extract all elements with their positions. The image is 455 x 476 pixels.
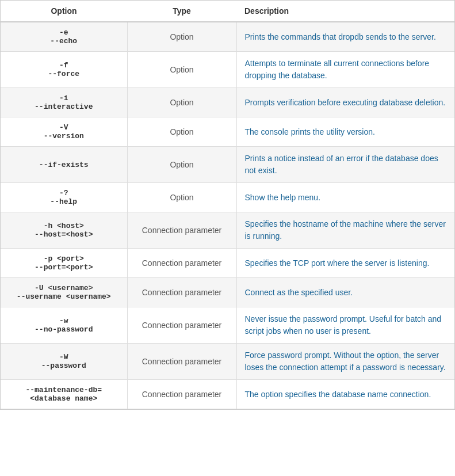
option-text: --echo: [9, 37, 119, 45]
option-text: --host=<host>: [9, 230, 119, 239]
table-row: -h <host>--host=<host>Connection paramet…: [1, 212, 454, 249]
option-text: -w: [9, 317, 119, 325]
table-row: -i--interactiveOptionPrompts verificatio…: [1, 88, 454, 117]
cell-type: Option: [127, 117, 236, 147]
option-text: --maintenance-db=<database name>: [9, 386, 119, 403]
cell-option: -?--help: [1, 183, 127, 212]
cell-type: Connection parameter: [127, 344, 236, 380]
cell-option: -p <port>--port=<port>: [1, 249, 127, 278]
options-table-container: Option Type Description -e--echoOptionPr…: [0, 0, 455, 410]
cell-option: -e--echo: [1, 22, 127, 52]
cell-type: Option: [127, 52, 236, 88]
table-row: --if-existsOptionPrints a notice instead…: [1, 147, 454, 183]
table-row: -?--helpOptionShow the help menu.: [1, 183, 454, 212]
table-header-row: Option Type Description: [1, 1, 454, 22]
option-text: --no-password: [9, 325, 119, 334]
cell-description: Prints a notice instead of an error if t…: [236, 147, 454, 183]
cell-description: Never issue the password prompt. Useful …: [236, 307, 454, 344]
cell-option: -w--no-password: [1, 307, 127, 344]
option-text: --username <username>: [9, 292, 119, 301]
option-text: --port=<port>: [9, 263, 119, 272]
cell-option: -V--version: [1, 117, 127, 147]
option-text: --interactive: [9, 102, 119, 111]
cell-description: The console prints the utility version.: [236, 117, 454, 147]
cell-description: The option specifies the database name c…: [236, 380, 454, 409]
cell-type: Connection parameter: [127, 249, 236, 278]
cell-description: Prompts verification before executing da…: [236, 88, 454, 117]
cell-option: --if-exists: [1, 147, 127, 183]
cell-option: -U <username>--username <username>: [1, 278, 127, 307]
option-text: -V: [9, 123, 119, 132]
option-text: --password: [9, 361, 119, 370]
cell-type: Option: [127, 22, 236, 52]
cell-option: -i--interactive: [1, 88, 127, 117]
options-table: Option Type Description -e--echoOptionPr…: [1, 1, 454, 409]
cell-option: --maintenance-db=<database name>: [1, 380, 127, 409]
option-text: -W: [9, 353, 119, 361]
table-row: --maintenance-db=<database name>Connecti…: [1, 380, 454, 409]
cell-type: Connection parameter: [127, 307, 236, 344]
cell-type: Option: [127, 147, 236, 183]
option-text: --force: [9, 70, 119, 78]
cell-type: Connection parameter: [127, 212, 236, 249]
option-text: --help: [9, 197, 119, 206]
header-option: Option: [1, 1, 127, 22]
cell-description: Show the help menu.: [236, 183, 454, 212]
cell-type: Option: [127, 183, 236, 212]
cell-description: Prints the commands that dropdb sends to…: [236, 22, 454, 52]
option-text: -h <host>: [9, 222, 119, 230]
cell-description: Specifies the TCP port where the server …: [236, 249, 454, 278]
cell-option: -h <host>--host=<host>: [1, 212, 127, 249]
cell-type: Connection parameter: [127, 380, 236, 409]
cell-description: Connect as the specified user.: [236, 278, 454, 307]
option-text: -?: [9, 189, 119, 197]
cell-description: Attempts to terminate all current connec…: [236, 52, 454, 88]
table-row: -U <username>--username <username>Connec…: [1, 278, 454, 307]
option-text: -e: [9, 28, 119, 37]
table-row: -e--echoOptionPrints the commands that d…: [1, 22, 454, 52]
cell-description: Force password prompt. Without the optio…: [236, 344, 454, 380]
option-text: -i: [9, 94, 119, 102]
table-row: -V--versionOptionThe console prints the …: [1, 117, 454, 147]
option-text: --version: [9, 132, 119, 140]
header-type: Type: [127, 1, 236, 22]
cell-description: Specifies the hostname of the machine wh…: [236, 212, 454, 249]
cell-type: Connection parameter: [127, 278, 236, 307]
table-row: -w--no-passwordConnection parameterNever…: [1, 307, 454, 344]
table-row: -W--passwordConnection parameterForce pa…: [1, 344, 454, 380]
option-text: --if-exists: [9, 161, 119, 169]
header-description: Description: [236, 1, 454, 22]
option-text: -U <username>: [9, 284, 119, 292]
cell-option: -f--force: [1, 52, 127, 88]
table-row: -p <port>--port=<port>Connection paramet…: [1, 249, 454, 278]
option-text: -f: [9, 61, 119, 70]
cell-option: -W--password: [1, 344, 127, 380]
table-row: -f--forceOptionAttempts to terminate all…: [1, 52, 454, 88]
option-text: -p <port>: [9, 254, 119, 263]
cell-type: Option: [127, 88, 236, 117]
